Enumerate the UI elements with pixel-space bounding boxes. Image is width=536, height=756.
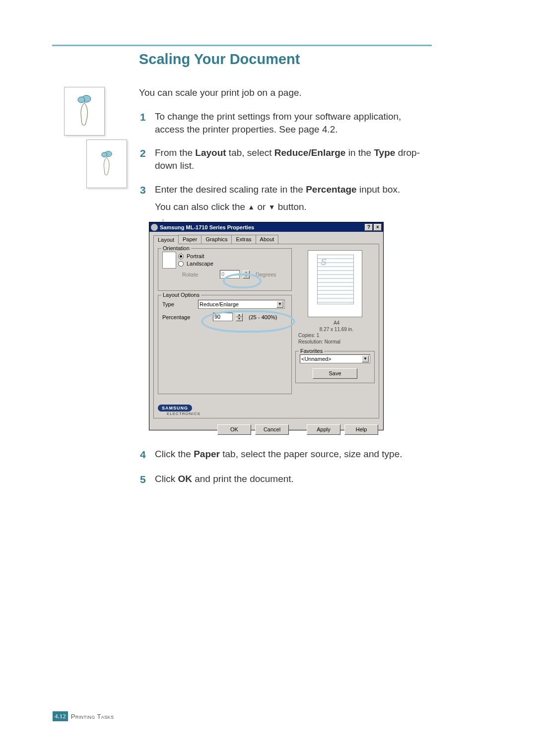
step-number: 3 (140, 183, 155, 213)
radio-landscape[interactable] (178, 261, 184, 267)
page-number-badge: 4.12 (53, 711, 68, 721)
preview-page-icon: S (317, 255, 354, 304)
percentage-input[interactable]: 90 (213, 313, 233, 321)
printer-properties-dialog: Samsung ML-1710 Series Properties ? × La… (149, 222, 384, 430)
step-3: 3 Enter the desired scaling rate in the … (140, 183, 425, 213)
t: Click the (155, 449, 194, 459)
tab-layout[interactable]: Layout (153, 235, 179, 244)
spin-up-icon[interactable]: ▲ (236, 313, 243, 317)
orientation-group: Orientation Portrait Landscape Rotate 0 … (158, 248, 292, 291)
close-title-button[interactable]: × (374, 224, 382, 231)
step-text: Click OK and print the document. (155, 473, 425, 486)
dialog-title: Samsung ML-1710 Series Properties (160, 224, 365, 230)
step-5: 5 Click OK and print the document. (140, 473, 425, 486)
preview-copies: Copies: 1 (298, 333, 375, 339)
margin-illustration: ➘ (59, 87, 129, 188)
t-bold: Reduce/Enlarge (274, 147, 346, 158)
step-number: 4 (140, 448, 155, 462)
step-text: Click the Paper tab, select the paper so… (155, 448, 425, 462)
t: or (255, 202, 268, 212)
header-rule (52, 45, 432, 46)
cancel-button[interactable]: Cancel (255, 424, 289, 435)
t-bold: Percentage (306, 184, 356, 195)
save-button[interactable]: Save (313, 368, 357, 379)
dialog-body: Orientation Portrait Landscape Rotate 0 … (153, 244, 379, 418)
t: tab, select the paper source, size and t… (220, 449, 402, 459)
brand-name: SAMSUNG (158, 405, 192, 412)
group-title: Layout Options (161, 292, 201, 298)
rotate-input[interactable]: 0 (220, 270, 240, 278)
step-text: Enter the desired scaling rate in the Pe… (155, 183, 425, 213)
layout-options-group: Layout Options Type Reduce/Enlarge ▼ Per… (158, 295, 292, 394)
combo-value: <Unnamed> (301, 356, 332, 362)
step-number: 5 (140, 473, 155, 486)
favorites-combo[interactable]: <Unnamed> ▼ (300, 354, 370, 363)
dialog-titlebar[interactable]: Samsung ML-1710 Series Properties ? × (149, 222, 383, 232)
carrot-icon (99, 150, 115, 178)
t: in the (345, 147, 374, 158)
tab-graphics[interactable]: Graphics (201, 235, 232, 244)
page-title: Scaling Your Document (139, 51, 300, 68)
t: and print the document. (192, 474, 294, 484)
intro-text: You can scale your print job on a page. (139, 87, 302, 98)
tab-extras[interactable]: Extras (231, 235, 256, 244)
t: input box. (357, 184, 401, 195)
printer-icon (151, 224, 158, 231)
step-text: To change the print settings from your s… (155, 110, 425, 136)
step-4: 4 Click the Paper tab, select the paper … (140, 448, 425, 462)
help-button[interactable]: Help (344, 424, 378, 435)
carrot-small-box (86, 139, 127, 188)
rotate-label: Rotate (182, 272, 217, 277)
t: 12 (60, 712, 66, 720)
radio-label: Landscape (187, 261, 213, 267)
t: Enter the desired scaling rate in the (155, 184, 306, 195)
steps-list-lower: 4 Click the Paper tab, select the paper … (140, 448, 425, 498)
radio-portrait[interactable] (178, 254, 184, 259)
brand-sub: ELECTRONICS (167, 412, 201, 416)
orientation-thumb-icon (162, 252, 176, 269)
t: Click (155, 474, 178, 484)
t: You can also click the (155, 202, 248, 212)
t: 4. (55, 712, 60, 720)
spin-down-icon[interactable]: ▼ (243, 275, 250, 278)
t-bold: OK (178, 474, 192, 484)
percentage-label: Percentage (162, 314, 210, 320)
tab-about[interactable]: About (256, 235, 279, 244)
step-number: 1 (140, 110, 155, 136)
dialog-footer: OK Cancel Apply Help (149, 422, 383, 439)
t: tab, select (226, 147, 274, 158)
type-combo[interactable]: Reduce/Enlarge ▼ (198, 300, 285, 309)
type-label: Type (162, 301, 195, 307)
brand-logo: SAMSUNG ELECTRONICS (158, 405, 201, 416)
preview-s-icon: S (321, 257, 327, 268)
t-bold: Layout (195, 147, 226, 158)
t-bold: Paper (194, 449, 220, 459)
spin-down-icon[interactable]: ▼ (236, 317, 243, 321)
radio-label: Portrait (187, 253, 204, 259)
group-title: Orientation (161, 245, 191, 251)
chevron-down-icon[interactable]: ▼ (276, 301, 283, 308)
preview-dimensions: 8.27 x 11.69 in. (298, 327, 375, 333)
tab-paper[interactable]: Paper (178, 235, 201, 244)
carrot-icon (74, 94, 94, 129)
spin-up-icon[interactable]: ▲ (243, 271, 250, 275)
chevron-down-icon[interactable]: ▼ (362, 355, 369, 362)
help-title-button[interactable]: ? (365, 224, 373, 231)
favorites-group: Favorites <Unnamed> ▼ Save (295, 351, 375, 383)
degrees-label: Degrees (256, 272, 276, 277)
apply-button[interactable]: Apply (307, 424, 340, 435)
t-bold: Type (374, 147, 395, 158)
svg-point-1 (78, 97, 85, 103)
step-1: 1 To change the print settings from your… (140, 110, 425, 136)
t: button. (275, 202, 306, 212)
ok-button[interactable]: OK (217, 424, 251, 435)
group-title: Favorites (299, 348, 324, 354)
page-preview: S (308, 250, 362, 317)
step-number: 2 (140, 146, 155, 172)
preview-papersize: A4 (298, 320, 375, 327)
dialog-tabs: Layout Paper Graphics Extras About (149, 232, 383, 244)
step-subtext: You can also click the ▲ or ▼ button. (155, 201, 425, 213)
step-text: From the Layout tab, select Reduce/Enlar… (155, 146, 425, 172)
svg-point-3 (102, 152, 107, 157)
carrot-large-box (64, 87, 105, 136)
